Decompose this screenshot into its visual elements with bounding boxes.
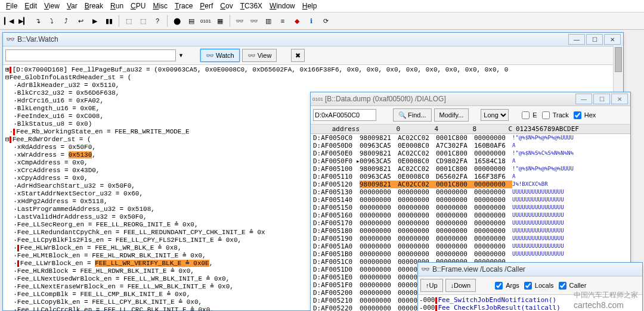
glasses-icon: 👓 (420, 265, 430, 274)
step-over-icon[interactable]: ⤵ (45, 14, 58, 27)
menu-help[interactable]: Help (299, 2, 321, 10)
e-checkbox[interactable]: E (519, 110, 537, 121)
dump-row[interactable]: D:AF005100 98009821 AC02CC02 0001C800 00… (311, 165, 630, 173)
width-select[interactable]: Long (481, 109, 509, 121)
menu-break[interactable]: Break (81, 2, 107, 10)
find-button[interactable]: 🔍Find... (393, 108, 432, 122)
dump-row[interactable]: D:AF005110 00963CA5 0E0008C0 D65602FA 16… (311, 173, 630, 181)
dump-row[interactable]: D:AF0050E0 98009821 AC02CC02 0001C800 00… (311, 150, 630, 157)
dump-toolbar: 🔍Find... Modify... Long E Track Hex (311, 106, 630, 125)
mem-icon[interactable]: ▥ (262, 14, 275, 27)
menu-file[interactable]: File (2, 2, 21, 10)
break-icon[interactable]: ◆ (290, 14, 304, 27)
minimize-button[interactable]: — (568, 34, 585, 45)
dump-row[interactable]: D:AF005120 98009821 AC02CC02 0001C800 00… (311, 181, 630, 188)
close-button[interactable]: ✕ (604, 34, 621, 45)
return-icon[interactable]: ↩ (74, 14, 87, 27)
step-fwd-icon[interactable]: ▶▎ (17, 14, 30, 27)
watch-line[interactable]: ·AdrBlkHeader_u32 = 0x5110, (5, 82, 621, 89)
frame-title: B::Frame.view /Locals /Caller (432, 265, 525, 273)
dump-row[interactable]: D:AF0050D0 00963CA5 0E0008C0 A7C302FA 16… (311, 142, 630, 150)
modify-button[interactable]: Modify... (434, 108, 469, 122)
dump-title: [B::Data.dump (0xaf0050f0) /DIALOG] (325, 95, 446, 103)
locals-checkbox[interactable]: Locals (522, 280, 554, 291)
bits-icon: 0101 (313, 94, 323, 104)
down-button[interactable]: ↓ Down (445, 279, 476, 292)
watch-icon[interactable]: 👓 (233, 14, 246, 27)
menu-edit[interactable]: Edit (21, 2, 41, 10)
dump-row[interactable]: D:AF0050F0▸ 00963CA5 0E0008C0 CD9802FA 1… (311, 157, 630, 165)
watch-button[interactable]: 👓Watch (200, 49, 240, 62)
menu-run[interactable]: Run (107, 2, 127, 10)
step-out-icon[interactable]: ⤴ (60, 14, 73, 27)
view-button[interactable]: 👓View (242, 49, 277, 62)
up-button[interactable]: ↑ Up (420, 279, 443, 292)
var-watch-titlebar[interactable]: 👓 B::Var.Watch — ☐ ✕ (3, 33, 623, 46)
dropdown-icon[interactable]: ▼ (178, 52, 184, 58)
watch-toolbar: ▼ 👓Watch 👓View ✖ (3, 46, 623, 65)
delete-button[interactable]: ✖ (291, 49, 305, 62)
dump-row[interactable]: D:AF005140 00000000 00000000 00000000 00… (311, 196, 630, 204)
main-toolbar[interactable]: ▎◀ ▶▎ ↴ ⤵ ⤴ ↩ ▶ ▮▮ ⬚ ⬚ ? ⬤ ▤ 0101 ▦ 👓 👓 … (0, 13, 644, 30)
frame-down-icon[interactable]: ⬚ (137, 14, 150, 27)
dump-header: address 0 4 8 C 0123456789ABCDEF (311, 125, 630, 134)
maximize-button[interactable]: ☐ (593, 94, 610, 104)
dump-row[interactable]: D:AF005190 00000000 00000000 00000000 00… (311, 235, 630, 242)
menu-misc[interactable]: Misc (149, 2, 171, 10)
stack-icon[interactable]: ≡ (276, 14, 289, 27)
menu-view[interactable]: View (41, 2, 63, 10)
watch-line[interactable]: ⊞[D:0x7000D168] Fee_llPageBuf_au32 = (0x… (5, 66, 621, 74)
menu-cpu[interactable]: CPU (127, 2, 149, 10)
menu-tc36x[interactable]: TC36X (237, 2, 266, 10)
menu-cov[interactable]: Cov (216, 2, 236, 10)
menu-var[interactable]: Var (63, 2, 81, 10)
refresh-icon[interactable]: ⟳ (319, 14, 332, 27)
dump-row[interactable]: D:AF005180 00000000 00000000 00000000 00… (311, 227, 630, 235)
dump-row[interactable]: D:AF005170 00000000 00000000 00000000 00… (311, 219, 630, 227)
stop-icon[interactable]: ⬤ (171, 14, 184, 27)
dump-row[interactable]: D:AF0050C0 98009821 AC02CC02 0001C800 00… (311, 134, 630, 142)
dump-row[interactable]: D:AF0051A0 00000000 00000000 00000000 00… (311, 242, 630, 250)
caller-checkbox[interactable]: Caller (556, 280, 587, 291)
list-icon[interactable]: ▤ (185, 14, 198, 27)
maximize-button[interactable]: ☐ (586, 34, 603, 45)
var-watch-title: B::Var.Watch (17, 35, 58, 43)
pause-icon[interactable]: ▮▮ (103, 14, 116, 27)
menu-perf[interactable]: Perf (196, 2, 216, 10)
args-checkbox[interactable]: Args (493, 280, 519, 291)
dump-row[interactable]: D:AF005130 00000000 00000000 00000000 00… (311, 188, 630, 196)
dump-row[interactable]: D:AF0051B0 00000000 00000000 00000000 00… (311, 250, 630, 258)
frame-titlebar[interactable]: 👓 B::Frame.view /Locals /Caller (418, 263, 642, 276)
frame-up-icon[interactable]: ⬚ (122, 14, 135, 27)
close-button[interactable]: ✕ (611, 94, 628, 104)
hex-checkbox[interactable]: Hex (571, 110, 596, 121)
dump-titlebar[interactable]: 0101 [B::Data.dump (0xaf0050f0) /DIALOG]… (311, 92, 630, 106)
step-back-icon[interactable]: ▎◀ (2, 14, 16, 27)
watch-line[interactable]: ⊟Fee_GlobInfoLastRdHeader_st = ( (5, 74, 621, 82)
bits-icon[interactable]: 0101 (199, 14, 212, 27)
glasses-icon: 👓 (5, 35, 15, 44)
help-icon[interactable]: ? (151, 14, 164, 27)
go-icon[interactable]: ▶ (88, 14, 101, 27)
info-icon[interactable]: ℹ (305, 14, 318, 27)
minimize-button[interactable]: — (575, 94, 592, 104)
watch2-icon[interactable]: 👓 (247, 14, 261, 27)
watch-expr-input[interactable] (5, 49, 176, 61)
menu-window[interactable]: Window (266, 2, 299, 10)
watermark: 中国汽车工程师之家 cartech8.com (574, 290, 638, 310)
chip-icon[interactable]: ▦ (213, 14, 227, 27)
main-menubar[interactable]: FileEditViewVarBreakRunCPUMiscTracePerfC… (0, 0, 644, 13)
step-into-icon[interactable]: ↴ (31, 14, 44, 27)
dump-row[interactable]: D:AF005150 00000000 00000000 00000000 00… (311, 204, 630, 212)
dump-address-input[interactable] (313, 109, 376, 121)
track-checkbox[interactable]: Track (540, 110, 569, 121)
dump-row[interactable]: D:AF005160 00000000 00000000 00000000 00… (311, 212, 630, 219)
menu-trace[interactable]: Trace (171, 2, 196, 10)
